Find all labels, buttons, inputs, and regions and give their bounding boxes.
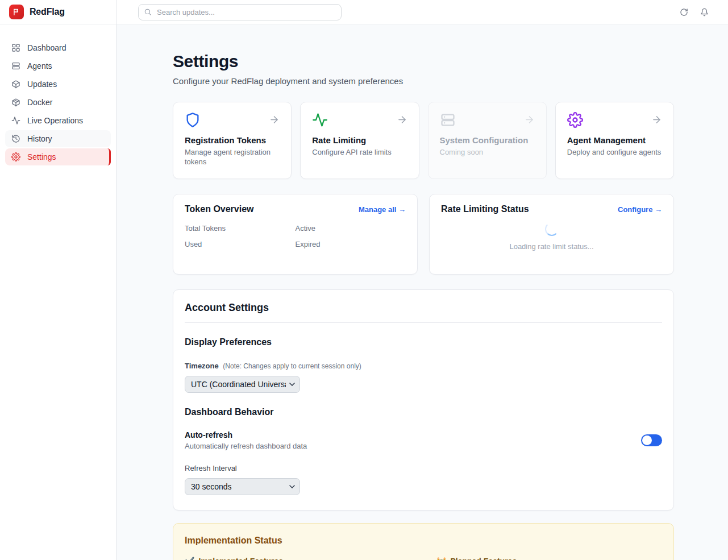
sidebar-item-settings[interactable]: Settings [5,148,111,165]
divider [185,322,662,323]
card-description: Deploy and configure agents [567,148,662,157]
card-agent-management[interactable]: Agent Management Deploy and configure ag… [555,102,674,179]
token-stat-label: Expired [296,240,406,248]
sidebar-item-label: History [27,134,52,143]
account-settings-card: Account Settings Display Preferences Tim… [173,289,674,511]
sidebar-item-agents[interactable]: Agents [5,57,111,74]
card-title: Agent Management [567,135,662,145]
implemented-features-column: ✔️ Implemented Features •Registration to… [185,557,410,560]
panel-title: Token Overview [185,204,254,214]
grid-icon [11,43,20,52]
panel-title: Rate Limiting Status [441,204,529,214]
implementation-status-title: Implementation Status [185,536,662,546]
card-system-configuration: System Configuration Coming soon [428,102,547,179]
refresh-interval-label: Refresh Interval [185,464,662,472]
gear-icon [567,112,583,128]
search-wrap [138,4,342,20]
logo-row: RedFlag [0,0,116,24]
token-stat-label: Used [185,240,296,248]
implemented-features-heading: Implemented Features [198,557,283,560]
card-title: System Configuration [440,135,535,145]
card-description: Configure API rate limits [312,148,407,157]
arrow-right-icon [651,114,662,125]
sidebar-item-label: Docker [27,98,52,107]
search-icon [144,8,152,16]
sidebar-item-label: Updates [27,80,57,89]
arrow-right-icon [269,114,280,125]
sidebar-item-label: Dashboard [27,43,66,52]
sidebar-item-history[interactable]: History [5,130,111,147]
construction-icon: 🚧 [436,557,446,560]
sidebar-item-label: Agents [27,61,52,70]
manage-all-link[interactable]: Manage all → [359,205,406,214]
box-icon [11,98,20,107]
card-registration-tokens[interactable]: Registration Tokens Manage agent registr… [173,102,292,179]
timezone-label: Timezone [185,362,219,370]
sidebar-item-docker[interactable]: Docker [5,94,111,111]
settings-page: Settings Configure your RedFlag deployme… [117,24,728,560]
card-rate-limiting[interactable]: Rate Limiting Configure API rate limits [300,102,419,179]
redflag-logo-icon [9,5,24,19]
search-input[interactable] [138,4,342,20]
token-stat-label: Total Tokens [185,224,296,233]
shield-icon [185,112,201,128]
account-settings-title: Account Settings [185,302,662,314]
planned-features-heading: Planned Features [450,557,517,560]
sidebar: RedFlag Dashboard Agents Updates Docker … [0,0,117,560]
token-overview-panel: Token Overview Manage all → Total Tokens… [173,194,418,275]
page-title: Settings [173,52,674,71]
planned-features-column: 🚧 Planned Features •System configuration… [436,557,662,560]
auto-refresh-toggle[interactable] [641,434,662,446]
sidebar-item-dashboard[interactable]: Dashboard [5,39,111,56]
dashboard-behavior-heading: Dashboard Behavior [185,407,662,417]
refresh-interval-select[interactable]: 30 seconds [185,478,300,495]
rate-limiting-status-panel: Rate Limiting Status Configure → Loading… [429,194,674,275]
package-icon [11,80,20,89]
toggle-knob [642,435,652,445]
timezone-select[interactable]: UTC (Coordinated Universal Time) [185,376,300,393]
sidebar-item-label: Settings [27,152,56,161]
token-stat-label: Active [296,224,406,233]
implementation-status-card: Implementation Status ✔️ Implemented Fea… [173,523,674,560]
refresh-icon[interactable] [680,8,688,16]
auto-refresh-label: Auto-refresh [185,430,307,439]
activity-icon [312,112,328,128]
sidebar-nav: Dashboard Agents Updates Docker Live Ope… [0,24,116,165]
auto-refresh-description: Automatically refresh dashboard data [185,442,307,450]
bell-icon[interactable] [700,8,709,16]
activity-icon [11,116,20,125]
server-icon [11,61,20,70]
history-clock-icon [11,134,20,143]
server-icon [440,112,456,128]
card-description: Coming soon [440,148,535,157]
topbar [117,0,728,24]
check-mark-icon: ✔️ [185,557,194,560]
card-description: Manage agent registration tokens [185,148,280,167]
arrow-right-icon [524,114,535,125]
card-title: Registration Tokens [185,135,280,145]
timezone-note: (Note: Changes apply to current session … [223,362,361,370]
page-subtitle: Configure your RedFlag deployment and sy… [173,76,674,86]
arrow-right-icon [397,114,407,125]
card-title: Rate Limiting [312,135,407,145]
sidebar-item-updates[interactable]: Updates [5,76,111,93]
configure-link[interactable]: Configure → [618,205,662,214]
sidebar-item-live-operations[interactable]: Live Operations [5,112,111,129]
sidebar-item-label: Live Operations [27,116,83,125]
display-preferences-heading: Display Preferences [185,337,662,347]
gear-icon [11,152,20,161]
loading-text: Loading rate limit status... [509,242,593,251]
app-name: RedFlag [30,7,65,17]
quick-cards: Registration Tokens Manage agent registr… [173,102,674,179]
loading-spinner [545,222,559,236]
